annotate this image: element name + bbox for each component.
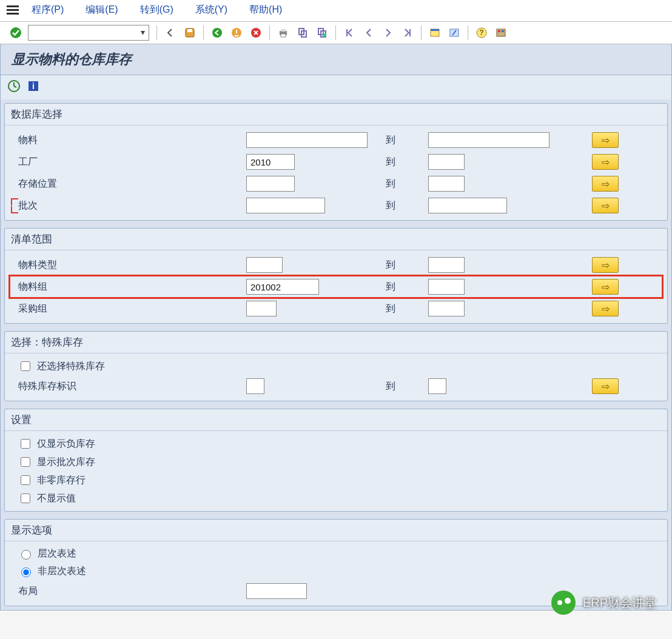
toolbar-separator <box>468 25 468 40</box>
group-title-special-stock: 选择：特殊库存 <box>5 332 667 353</box>
svg-rect-10 <box>281 29 286 32</box>
svg-text:i: i <box>32 81 35 91</box>
checkbox-also-select-special[interactable] <box>21 361 30 371</box>
save-icon[interactable] <box>181 24 198 41</box>
group-title-list-scope: 清单范围 <box>5 229 667 250</box>
new-session-icon[interactable] <box>426 24 443 41</box>
menu-system[interactable]: 系统(Y) <box>195 4 227 16</box>
menu-goto[interactable]: 转到(G) <box>140 4 173 16</box>
customize-local-layout-icon[interactable] <box>492 24 509 41</box>
multi-select-button[interactable]: ⇨ <box>592 176 619 192</box>
input-mat-type-to[interactable] <box>428 257 465 273</box>
find-next-icon[interactable] <box>314 24 331 41</box>
input-pur-group-from[interactable] <box>246 301 277 316</box>
checkbox-no-value[interactable] <box>21 493 30 503</box>
checkbox-show-batch[interactable] <box>21 457 30 467</box>
input-batch-to[interactable] <box>428 198 507 213</box>
label-to: 到 <box>386 303 428 315</box>
group-title-settings: 设置 <box>5 409 667 431</box>
input-material-to[interactable] <box>428 132 549 148</box>
watermark: ERP财会讲堂 <box>551 590 656 611</box>
label-pur-group: 采购组 <box>10 303 246 315</box>
checkbox-nonzero[interactable] <box>21 475 30 485</box>
multi-select-button[interactable]: ⇨ <box>592 279 619 295</box>
row-mat-type: 物料类型 到 ⇨ <box>10 254 662 276</box>
print-icon[interactable] <box>275 24 292 41</box>
check-no-value: 不显示值 <box>10 489 662 507</box>
label-to: 到 <box>386 156 428 169</box>
label-material: 物料 <box>10 134 246 147</box>
radio-non-hierarchical: 非层次表述 <box>10 563 662 580</box>
svg-rect-22 <box>497 29 505 36</box>
create-shortcut-icon[interactable] <box>446 24 463 41</box>
svg-rect-2 <box>7 13 19 15</box>
ok-icon[interactable] <box>7 24 24 41</box>
label-show-batch: 显示批次库存 <box>37 456 95 469</box>
label-also-select-special: 还选择特殊库存 <box>37 360 105 373</box>
row-special-indicator: 特殊库存标识 到 ⇨ <box>10 375 662 397</box>
first-page-icon[interactable] <box>341 24 358 41</box>
radio-hierarchical-input[interactable] <box>21 550 31 560</box>
label-plant: 工厂 <box>10 156 246 169</box>
menu-program[interactable]: 程序(P) <box>32 4 64 16</box>
prev-page-icon[interactable] <box>360 24 377 41</box>
svg-rect-11 <box>281 34 286 37</box>
find-icon[interactable] <box>294 24 311 41</box>
cancel-icon[interactable] <box>247 24 264 41</box>
radio-non-hierarchical-input[interactable] <box>21 567 31 577</box>
input-pur-group-to[interactable] <box>428 301 465 316</box>
input-mat-type-from[interactable] <box>246 257 283 273</box>
svg-rect-0 <box>7 5 19 7</box>
menu-icon[interactable] <box>6 5 19 16</box>
menubar: 程序(P) 编辑(E) 转到(G) 系统(Y) 帮助(H) <box>0 0 672 22</box>
help-icon[interactable]: ? <box>473 24 490 41</box>
svg-rect-18 <box>431 29 439 31</box>
checkbox-negative-only[interactable] <box>21 439 30 449</box>
toolbar-separator <box>335 25 336 40</box>
exit-icon[interactable] <box>228 24 245 41</box>
input-batch-from[interactable] <box>246 198 325 213</box>
row-plant: 工厂 到 ⇨ <box>10 151 662 173</box>
menu-help[interactable]: 帮助(H) <box>249 4 282 16</box>
input-layout[interactable] <box>246 583 307 599</box>
multi-select-button[interactable]: ⇨ <box>592 301 619 316</box>
multi-select-button[interactable]: ⇨ <box>592 198 619 213</box>
input-mat-group-from[interactable] <box>246 279 319 295</box>
page-title: 显示物料的仓库库存 <box>0 44 672 75</box>
input-plant-to[interactable] <box>428 154 465 170</box>
label-hierarchical: 层次表述 <box>38 547 76 560</box>
input-special-indicator-from[interactable] <box>246 378 264 394</box>
group-list-scope: 清单范围 物料类型 到 ⇨ 物料组 到 ⇨ 采购组 到 ⇨ <box>4 228 668 324</box>
command-field[interactable] <box>28 25 149 41</box>
execute-icon[interactable] <box>7 79 21 93</box>
multi-select-button[interactable]: ⇨ <box>592 257 619 273</box>
input-mat-group-to[interactable] <box>428 279 465 295</box>
toolbar-separator <box>203 25 204 40</box>
next-page-icon[interactable] <box>380 24 397 41</box>
group-special-stock: 选择：特殊库存 还选择特殊库存 特殊库存标识 到 ⇨ <box>4 331 668 401</box>
svg-rect-5 <box>187 29 192 32</box>
last-page-icon[interactable] <box>399 24 416 41</box>
label-to: 到 <box>386 259 428 272</box>
back-icon[interactable] <box>162 24 179 41</box>
multi-select-button[interactable]: ⇨ <box>592 378 619 394</box>
label-batch: 批次 <box>10 199 246 212</box>
input-special-indicator-to[interactable] <box>428 378 446 394</box>
input-material-from[interactable] <box>246 132 368 148</box>
label-layout: 布局 <box>10 585 246 598</box>
row-storage: 存储位置 到 ⇨ <box>10 173 662 195</box>
multi-select-button[interactable]: ⇨ <box>592 132 619 148</box>
group-title-db-select: 数据库选择 <box>5 104 667 125</box>
svg-point-6 <box>212 28 222 38</box>
input-storage-from[interactable] <box>246 176 295 192</box>
nav-back-icon[interactable] <box>209 24 226 41</box>
info-icon[interactable]: i <box>26 79 41 93</box>
label-storage: 存储位置 <box>10 178 246 190</box>
group-title-display-options: 显示选项 <box>5 520 667 541</box>
input-storage-to[interactable] <box>428 176 465 192</box>
menu-edit[interactable]: 编辑(E) <box>86 4 118 16</box>
multi-select-button[interactable]: ⇨ <box>592 154 619 170</box>
label-to: 到 <box>386 380 428 393</box>
input-plant-from[interactable] <box>246 154 295 170</box>
check-show-batch: 显示批次库存 <box>10 453 662 471</box>
